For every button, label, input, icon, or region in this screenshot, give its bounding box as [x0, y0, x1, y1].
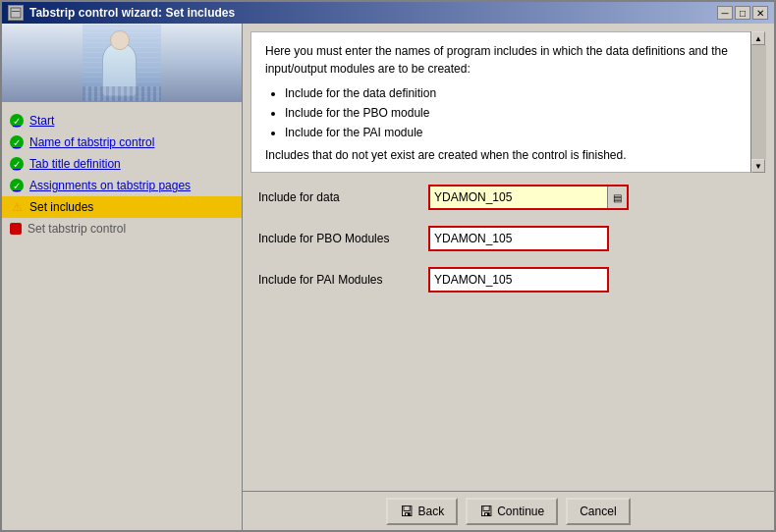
bottom-bar: 🖫 Back 🖫 Continue Cancel [243, 491, 774, 530]
check-icon-assignments: ✓ [10, 179, 24, 192]
main-window: Tabstrip control wizard: Set includes ─ … [0, 0, 776, 532]
sidebar-item-set-includes[interactable]: ⚠ Set includes [2, 196, 242, 218]
sidebar-decoration [83, 25, 161, 101]
sidebar-label-start: Start [29, 114, 54, 128]
back-icon: 🖫 [400, 504, 414, 519]
sidebar-item-set-tabstrip[interactable]: Set tabstrip control [2, 218, 242, 239]
continue-button[interactable]: 🖫 Continue [466, 498, 558, 525]
close-button[interactable]: ✕ [752, 6, 768, 20]
sidebar: ✓ Start ✓ Name of tabstrip control ✓ Tab… [2, 24, 243, 530]
input-pai[interactable] [430, 269, 607, 291]
continue-label: Continue [497, 505, 544, 518]
cancel-label: Cancel [580, 505, 616, 518]
sidebar-header [2, 24, 242, 102]
title-bar: Tabstrip control wizard: Set includes ─ … [2, 2, 774, 24]
input-include-data[interactable] [430, 186, 607, 208]
scroll-track [751, 45, 766, 159]
sidebar-label-tab-title: Tab title definition [29, 157, 121, 171]
form-row-pbo: Include for PBO Modules [258, 226, 758, 251]
description-panel: Here you must enter the names of program… [250, 31, 766, 173]
description-bullets: Include for the data definition Include … [265, 83, 736, 142]
label-include-data: Include for data [258, 190, 420, 204]
scroll-up-button[interactable]: ▲ [751, 31, 765, 45]
sidebar-item-assignments[interactable]: ✓ Assignments on tabstrip pages [2, 175, 242, 196]
check-icon-tab-title: ✓ [10, 157, 24, 171]
check-icon-name: ✓ [10, 135, 24, 149]
sidebar-label-name: Name of tabstrip control [29, 135, 154, 149]
main-area: Here you must enter the names of program… [243, 24, 774, 530]
bullet-1: Include for the data definition [285, 83, 736, 103]
bullet-3: Include for the PAI module [285, 123, 736, 142]
back-button[interactable]: 🖫 Back [386, 498, 458, 525]
label-pbo: Include for PBO Modules [258, 232, 420, 245]
sidebar-label-set-tabstrip: Set tabstrip control [28, 222, 126, 236]
window-title: Tabstrip control wizard: Set includes [29, 6, 235, 20]
form-area: Include for data ▤ Include for PBO Modul… [243, 177, 774, 491]
check-icon-start: ✓ [10, 114, 24, 128]
bullet-2: Include for the PBO module [285, 103, 736, 123]
form-row-pai: Include for PAI Modules [258, 267, 758, 293]
svg-rect-0 [11, 8, 21, 18]
minimize-button[interactable]: ─ [717, 6, 733, 20]
input-pbo[interactable] [430, 228, 607, 249]
scrollbar[interactable]: ▲ ▼ [750, 31, 766, 173]
sidebar-label-assignments: Assignments on tabstrip pages [29, 179, 191, 192]
sidebar-nav: ✓ Start ✓ Name of tabstrip control ✓ Tab… [2, 102, 242, 530]
sidebar-item-name[interactable]: ✓ Name of tabstrip control [2, 132, 242, 153]
warning-icon-set-includes: ⚠ [10, 200, 24, 214]
maximize-button[interactable]: □ [735, 6, 750, 20]
input-browse-button[interactable]: ▤ [607, 186, 627, 208]
sidebar-label-set-includes: Set includes [29, 200, 93, 214]
form-row-include-data: Include for data ▤ [258, 185, 758, 210]
svg-rect-1 [12, 11, 20, 12]
description-intro: Here you must enter the names of program… [265, 42, 736, 78]
back-label: Back [417, 505, 444, 518]
cancel-button[interactable]: Cancel [566, 498, 630, 525]
input-wrapper-pbo [428, 226, 609, 251]
input-wrapper-highlighted: ▤ [428, 185, 629, 210]
input-wrapper-pai [428, 267, 609, 293]
continue-icon: 🖫 [479, 504, 493, 519]
window-icon [8, 5, 24, 21]
sidebar-item-tab-title[interactable]: ✓ Tab title definition [2, 153, 242, 175]
description-footer: Includes that do not yet exist are creat… [265, 148, 736, 162]
stop-icon-set-tabstrip [10, 223, 22, 235]
scroll-down-button[interactable]: ▼ [751, 159, 765, 173]
label-pai: Include for PAI Modules [258, 273, 420, 287]
window-content: ✓ Start ✓ Name of tabstrip control ✓ Tab… [2, 24, 774, 530]
sidebar-item-start[interactable]: ✓ Start [2, 110, 242, 132]
